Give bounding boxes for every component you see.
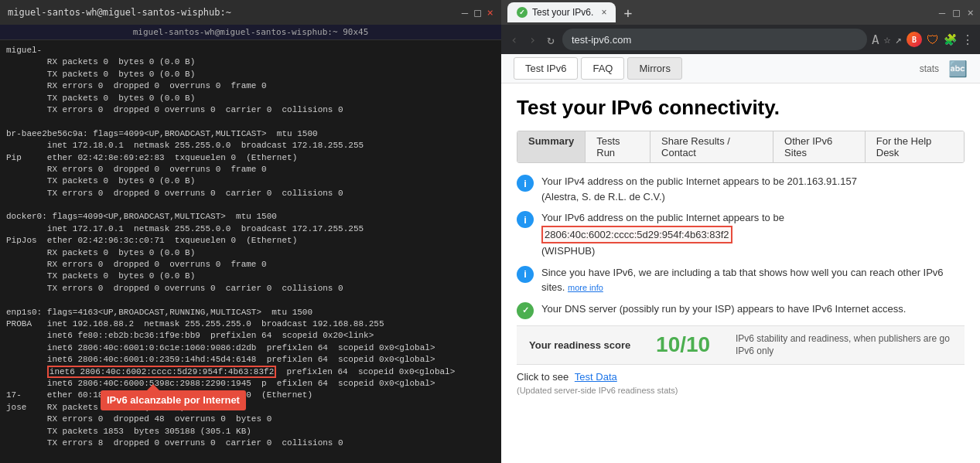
extensions-icon[interactable]: 🧩 <box>944 33 957 46</box>
page-content: Test your IPv6 connectivity. Summary Tes… <box>501 83 980 463</box>
site-nav-mirrors[interactable]: Mirrors <box>627 57 681 80</box>
terminal-title: miguel-santos-wh@miguel-santos-wisphub:~ <box>8 7 231 18</box>
info-icon-ipv6: i <box>517 211 534 228</box>
shield-icon: 🛡 <box>927 32 939 47</box>
tab-favicon-icon: ✓ <box>517 7 528 18</box>
maximize-button[interactable]: □ <box>474 6 480 19</box>
ipv6-address-highlight: 2806:40c:6002:cccc:5d29:954f:4b63:83f2 <box>541 226 732 244</box>
ipv4-info-text: Your IPv4 address on the public Internet… <box>541 174 965 204</box>
browser-minimize-button[interactable]: – <box>939 6 945 19</box>
terminal-controls: – □ × <box>462 6 493 19</box>
tab-tests-run[interactable]: Tests Run <box>586 131 650 162</box>
browser-panel: ✓ Test your IPv6. × + – □ × ‹ › ↻ test-i… <box>501 0 980 463</box>
test-data-link[interactable]: Test Data <box>575 371 617 383</box>
bottom-note: (Updated server-side IPv6 readiness stat… <box>517 386 965 395</box>
menu-button[interactable]: ⋮ <box>961 32 974 47</box>
readiness-bar: Your readiness score 10/10 IPv6 stabilit… <box>517 325 965 366</box>
translate-page-icon[interactable]: 🔤 <box>948 60 968 78</box>
browser-tab[interactable]: ✓ Test your IPv6. × <box>507 2 616 22</box>
content-tabs: Summary Tests Run Share Results / Contac… <box>517 131 965 163</box>
new-tab-button[interactable]: + <box>623 5 632 21</box>
terminal-output: miguel- RX packets 0 bytes 0 (0.0 B) TX … <box>6 45 495 463</box>
share-icon[interactable]: ↗ <box>896 33 902 46</box>
browser-maximize-button[interactable]: □ <box>953 6 959 19</box>
brave-browser-icon: B <box>907 32 922 47</box>
browser-navbar: ‹ › ↻ test-ipv6.com A ☆ ↗ B 🛡 🧩 ⋮ <box>501 25 980 54</box>
info-icon-dns: ✓ <box>517 302 534 319</box>
dns-info-text: Your DNS server (possibly run by your IS… <box>541 301 965 317</box>
tab-other-ipv6[interactable]: Other IPv6 Sites <box>773 131 866 162</box>
info-item-ipv6-tab: i Since you have IPv6, we are including … <box>517 265 965 295</box>
tab-share-results[interactable]: Share Results / Contact <box>650 131 773 162</box>
test-data-prefix: Click to see <box>517 371 569 383</box>
info-item-ipv4: i Your IPv4 address on the public Intern… <box>517 174 965 204</box>
tab-title: Test your IPv6. <box>532 7 593 18</box>
site-nav-faq[interactable]: FAQ <box>581 57 624 80</box>
info-icon-tab: i <box>517 266 534 283</box>
terminal-body[interactable]: miguel- RX packets 0 bytes 0 (0.0 B) TX … <box>0 40 501 463</box>
translate-icon[interactable]: A <box>872 32 879 47</box>
browser-close-button[interactable]: × <box>968 6 974 19</box>
site-nav-stats[interactable]: stats <box>920 63 939 74</box>
minimize-button[interactable]: – <box>462 6 468 19</box>
reload-button[interactable]: ↻ <box>544 31 558 49</box>
terminal-subtitle: miguel-santos-wh@miguel-santos-wisphub:~… <box>0 25 501 40</box>
tab-summary[interactable]: Summary <box>517 131 586 162</box>
terminal-panel: miguel-santos-wh@miguel-santos-wisphub:~… <box>0 0 501 463</box>
url-text: test-ipv6.com <box>572 34 631 46</box>
site-navbar: Test IPv6 FAQ Mirrors stats 🔤 <box>501 54 980 83</box>
address-bar[interactable]: test-ipv6.com <box>562 29 867 50</box>
forward-button[interactable]: › <box>526 31 540 49</box>
back-button[interactable]: ‹ <box>507 31 521 49</box>
bookmark-icon[interactable]: ☆ <box>884 32 891 46</box>
browser-title-controls: – □ × <box>939 6 974 19</box>
close-button[interactable]: × <box>487 6 493 19</box>
info-icon-ipv4: i <box>517 175 534 192</box>
ipv6-annotation-label: IPv6 alcanzable por Internet <box>101 390 246 410</box>
readiness-label: Your readiness score <box>529 339 630 351</box>
browser-titlebar: ✓ Test your IPv6. × + – □ × <box>501 0 980 25</box>
readiness-description: IPv6 stability and readiness, when publi… <box>736 332 952 359</box>
highlighted-ipv6-line: inet6 2806:40c:6002:cccc:5d29:954f:4b63:… <box>47 366 276 378</box>
ipv6-info-text: Your IPv6 address on the public Internet… <box>541 210 965 259</box>
readiness-score: 10/10 <box>656 332 710 357</box>
test-data-section: Click to see Test Data <box>517 371 965 383</box>
browser-content: Test IPv6 FAQ Mirrors stats 🔤 Test your … <box>501 54 980 463</box>
terminal-titlebar: miguel-santos-wh@miguel-santos-wisphub:~… <box>0 0 501 25</box>
nav-icons-right: A ☆ ↗ B 🛡 🧩 ⋮ <box>872 32 974 47</box>
info-item-ipv6: i Your IPv6 address on the public Intern… <box>517 210 965 259</box>
site-nav-test-ipv6[interactable]: Test IPv6 <box>514 57 578 80</box>
more-info-link[interactable]: more info <box>568 283 603 292</box>
info-items-list: i Your IPv4 address on the public Intern… <box>517 174 965 319</box>
page-title: Test your IPv6 connectivity. <box>517 96 965 120</box>
tab-help-desk[interactable]: For the Help Desk <box>866 131 964 162</box>
tab-close-button[interactable]: × <box>601 7 606 18</box>
ipv6-tab-text: Since you have IPv6, we are including a … <box>541 265 965 295</box>
info-item-dns: ✓ Your DNS server (possibly run by your … <box>517 301 965 319</box>
